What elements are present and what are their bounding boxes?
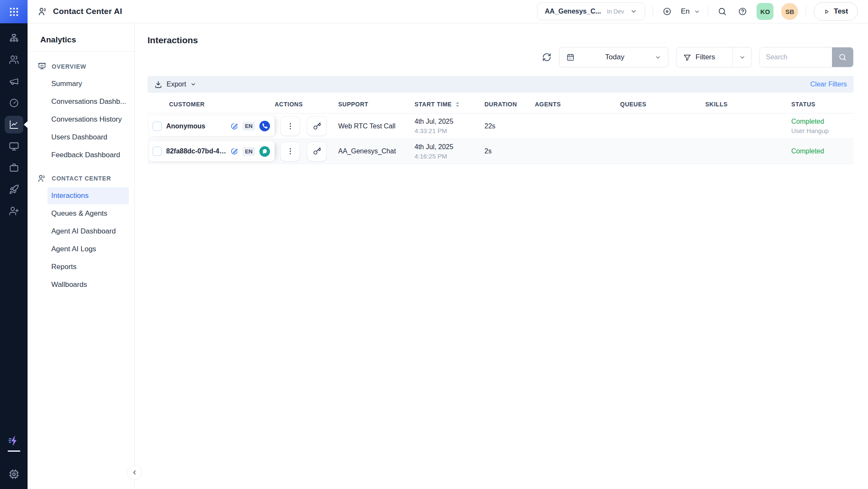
line-chart-icon xyxy=(9,119,19,130)
sort-icon[interactable] xyxy=(454,101,461,108)
divider xyxy=(653,6,653,17)
filters-control[interactable]: Filters xyxy=(676,47,752,67)
help-button[interactable] xyxy=(736,5,749,18)
global-search-button[interactable] xyxy=(716,5,729,18)
rail-item-flows[interactable] xyxy=(5,29,23,47)
chip-button[interactable] xyxy=(8,469,19,480)
help-icon xyxy=(738,7,747,16)
export-button[interactable]: Export xyxy=(154,81,196,89)
search-submit-button[interactable] xyxy=(832,47,853,67)
workspace-selector[interactable]: AA_Genesys_C... In Dev xyxy=(537,3,645,20)
rail-item-users[interactable] xyxy=(5,51,23,69)
test-button[interactable]: Test xyxy=(814,2,858,21)
customer-card: Anonymous EN xyxy=(149,116,275,136)
bolt-button[interactable] xyxy=(8,434,20,452)
sidebar-item-conversations-dashboard[interactable]: Conversations Dashb... xyxy=(47,93,129,110)
main-content: Interactions Today Filters Export Clear … xyxy=(135,23,868,489)
table-row[interactable]: 82fa88dc-07bd-483d-9... EN AA_Genesys_Ch… xyxy=(147,139,854,164)
customer-cell: Anonymous EN xyxy=(147,114,275,139)
section-label: OVERVIEW xyxy=(52,63,86,70)
kebab-icon xyxy=(286,147,295,156)
avatar[interactable]: SB xyxy=(781,3,798,20)
duration-cell: 22s xyxy=(484,122,535,130)
funnel-icon xyxy=(683,53,691,61)
row-menu-button[interactable] xyxy=(280,142,300,161)
status-badge: Completed xyxy=(791,118,854,125)
sidebar-item-summary[interactable]: Summary xyxy=(47,75,129,92)
filters-button[interactable]: Filters xyxy=(676,53,732,61)
refresh-button[interactable] xyxy=(542,53,551,62)
kebab-icon xyxy=(286,122,295,131)
support-cell: AA_Genesys_Chat xyxy=(338,147,415,155)
key-icon xyxy=(313,122,321,131)
rail-item-workspace[interactable] xyxy=(5,159,23,177)
column-header-start-time[interactable]: START TIME xyxy=(415,101,484,108)
sidebar-item-agent-ai-logs[interactable]: Agent AI Logs xyxy=(47,241,129,258)
rail-item-monitor[interactable] xyxy=(5,137,23,155)
section-label: CONTACT CENTER xyxy=(52,175,111,182)
start-date: 4th Jul, 2025 xyxy=(415,143,484,151)
column-header-status: STATUS xyxy=(791,101,854,108)
column-header-queues: QUEUES xyxy=(620,101,705,108)
row-key-button[interactable] xyxy=(307,142,327,161)
megaphone-icon xyxy=(9,76,19,86)
row-key-button[interactable] xyxy=(307,116,327,136)
edit-icon[interactable] xyxy=(231,122,238,130)
clear-filters-link[interactable]: Clear Filters xyxy=(810,81,847,88)
sidebar: Analytics OVERVIEW Summary Conversations… xyxy=(28,23,135,489)
search-input[interactable] xyxy=(760,47,832,67)
flows-icon xyxy=(9,33,19,43)
row-menu-button[interactable] xyxy=(280,116,300,136)
rail-item-invite[interactable] xyxy=(5,202,23,220)
record-disc-icon xyxy=(662,7,672,16)
rail-item-analytics[interactable] xyxy=(5,116,23,133)
sidebar-item-queues-agents[interactable]: Queues & Agents xyxy=(47,205,129,222)
language-label: En xyxy=(681,7,690,16)
test-button-label: Test xyxy=(834,7,848,16)
export-bar: Export Clear Filters xyxy=(147,76,854,93)
sidebar-item-wallboards[interactable]: Wallboards xyxy=(47,276,129,293)
sidebar-item-conversations-history[interactable]: Conversations History xyxy=(47,111,129,128)
brand: Contact Center AI xyxy=(38,6,122,17)
page-title: Interactions xyxy=(147,35,854,45)
sidebar-collapse-button[interactable] xyxy=(127,465,142,480)
briefcase-icon xyxy=(9,163,19,173)
rail-item-launch[interactable] xyxy=(5,181,23,198)
rail-item-campaigns[interactable] xyxy=(5,72,23,90)
language-badge: EN xyxy=(242,147,255,156)
apps-grid-button[interactable] xyxy=(0,0,28,23)
export-label: Export xyxy=(167,81,186,88)
divider xyxy=(708,6,708,17)
chevron-down-icon xyxy=(694,8,700,15)
apps-grid-icon xyxy=(8,6,19,17)
date-range-select[interactable]: Today xyxy=(559,47,668,67)
sidebar-item-feedback-dashboard[interactable]: Feedback Dashboard xyxy=(47,147,129,164)
start-time-cell: 4th Jul, 2025 4:16:25 PM xyxy=(415,143,484,160)
record-disc-button[interactable] xyxy=(661,5,673,18)
language-selector[interactable]: En xyxy=(681,7,701,16)
customer-name: 82fa88dc-07bd-483d-9... xyxy=(166,147,226,155)
toolbar: Today Filters xyxy=(147,47,854,67)
bolt-icon xyxy=(8,434,20,447)
key-icon xyxy=(313,147,321,156)
avatar[interactable]: KO xyxy=(757,3,773,20)
chevron-left-icon xyxy=(131,469,138,476)
rail-item-performance[interactable] xyxy=(5,94,23,112)
row-checkbox[interactable] xyxy=(153,122,162,131)
sidebar-section-contact-center: CONTACT CENTER Interactions Queues & Age… xyxy=(28,171,134,293)
filters-expand-button[interactable] xyxy=(733,54,751,61)
sidebar-item-reports[interactable]: Reports xyxy=(47,258,129,275)
users-icon xyxy=(9,55,19,65)
edit-icon[interactable] xyxy=(231,147,238,155)
table-row[interactable]: Anonymous EN Web RTC Test Call 4th Jul, … xyxy=(147,113,854,139)
sidebar-item-agent-ai-dashboard[interactable]: Agent AI Dashboard xyxy=(47,223,129,240)
sidebar-item-users-dashboard[interactable]: Users Dashboard xyxy=(47,129,129,146)
sidebar-item-interactions[interactable]: Interactions xyxy=(47,187,129,204)
sidebar-title: Analytics xyxy=(28,23,134,52)
start-time: 4:16:25 PM xyxy=(415,153,484,160)
column-header-agents: AGENTS xyxy=(535,101,620,108)
support-cell: Web RTC Test Call xyxy=(338,122,415,130)
row-checkbox[interactable] xyxy=(153,147,162,156)
status-badge: Completed xyxy=(791,147,854,155)
start-time: 4:33:21 PM xyxy=(415,127,484,134)
